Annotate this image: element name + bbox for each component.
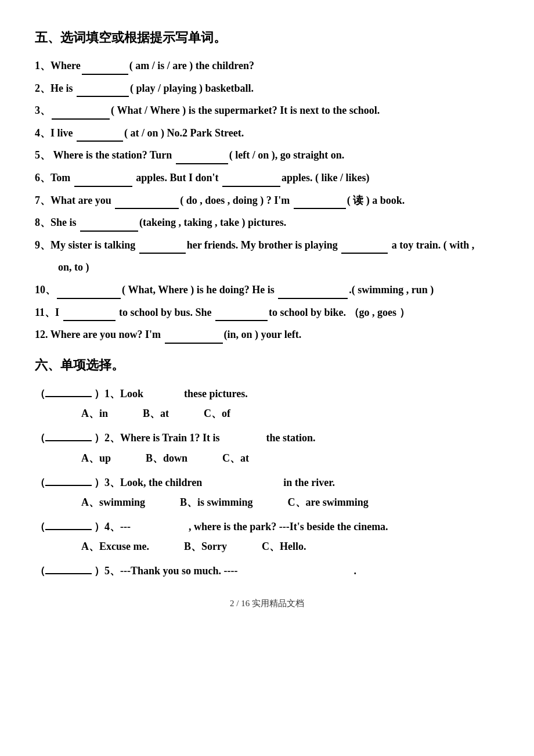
mc1-text-after: these pictures. (184, 384, 248, 403)
question-12: 12. Where are you now? I'm (in, on ) you… (35, 326, 499, 344)
question-4: 4、I live ( at / on ) No.2 Park Street. (35, 124, 499, 142)
mc1-paren-open: （ (35, 384, 45, 403)
mc5-text: ）5、---Thank you so much. ---- (94, 561, 238, 580)
q9-num: 9、My sister is talking (35, 239, 138, 251)
q11-blank2 (215, 320, 268, 321)
mc3-options: A、swimming B、is swimming C、are swimming (81, 495, 499, 509)
mc4-answer-blank (45, 517, 92, 530)
mc2-option-a: A、up (81, 451, 111, 465)
q9-wrap-text: on, to ) (58, 261, 89, 273)
q3-blank1 (52, 118, 110, 120)
q2-text: ( play / playing ) basketball. (130, 82, 254, 94)
mc-question-1: （）1、Lookthese pictures. (35, 384, 499, 403)
mc4-text-after: , where is the park? ---It's beside the … (189, 517, 388, 536)
mc4-options: A、Excuse me. B、Sorry C、Hello. (81, 539, 499, 553)
mc5-text-end: . (354, 561, 357, 580)
mc1-options: A、in B、at C、of (81, 406, 499, 420)
mc2-options: A、up B、down C、at (81, 451, 499, 465)
mc2-paren-open: （ (35, 429, 45, 447)
q9-blank2 (341, 253, 388, 254)
mc5-answer-blank (45, 561, 92, 574)
q11-text: to school by bike. （go , goes ） (269, 307, 410, 318)
q9-text: a toy train. ( with , (389, 239, 474, 251)
q6-num: 6、Tom (35, 172, 73, 183)
q12-num: 12. Where are you now? I'm (35, 329, 164, 340)
mc-question-2: （）2、Where is Train 1? It is the station. (35, 429, 499, 447)
section6-title: 六、单项选择。 (35, 357, 499, 374)
mc1-option-a: A、in (81, 406, 108, 420)
q6-text: apples. ( like / likes) (282, 172, 370, 183)
q1-blank1 (82, 74, 128, 75)
q5-text: ( left / on ), go straight on. (229, 149, 344, 161)
mc4-option-c: C、Hello. (262, 539, 306, 553)
question-10: 10、( What, Where ) is he doing? He is .(… (35, 281, 499, 299)
q7-mid: ( do , does , doing ) ? I'm (180, 195, 293, 206)
mc2-option-c: C、at (222, 451, 249, 465)
q11-blank1 (63, 320, 116, 321)
q10-blank2 (278, 298, 348, 299)
q4-num: 4、I live (35, 127, 75, 139)
mc3-text-after: in the river. (283, 473, 335, 492)
question-7: 7、What are you ( do , does , doing ) ? I… (35, 192, 499, 210)
question-3: 3、( What / Where ) is the supermarket? I… (35, 102, 499, 120)
q2-num: 2、He is (35, 82, 75, 94)
q3-num: 3、 (35, 105, 50, 116)
q2-blank1 (77, 96, 129, 97)
mc3-option-c: C、are swimming (288, 495, 369, 509)
mc1-option-c: C、of (204, 406, 230, 420)
question-5: 5、 Where is the station? Turn ( left / o… (35, 146, 499, 164)
mc3-text: ）3、Look, the children (94, 473, 202, 492)
q10-blank1 (57, 298, 121, 299)
mc2-text-after: the station. (266, 429, 316, 447)
mc3-answer-blank (45, 473, 92, 486)
mc4-option-a: A、Excuse me. (81, 539, 149, 553)
mc-question-5: （）5、---Thank you so much. ----. (35, 561, 499, 580)
mc4-paren-open: （ (35, 517, 45, 536)
q1-text: ( am / is / are ) the children? (129, 60, 254, 71)
q1-num: 1、Where (35, 60, 81, 71)
footer: 2 / 16 实用精品文档 (35, 598, 499, 609)
q7-text: ( 读 ) a book. (347, 195, 405, 206)
q10-mid: ( What, Where ) is he doing? He is (122, 284, 277, 296)
mc2-option-b: B、down (146, 451, 187, 465)
question-9-wrap: on, to ) (58, 258, 499, 276)
q4-blank1 (77, 141, 123, 142)
question-2: 2、He is ( play / playing ) basketball. (35, 80, 499, 98)
q10-text: .( swimming , run ) (349, 284, 434, 296)
q8-num: 8、She is (35, 217, 79, 228)
q6-mid: apples. But I don't (134, 172, 221, 183)
q6-blank2 (222, 186, 280, 187)
question-1: 1、Where( am / is / are ) the children? (35, 57, 499, 75)
question-6: 6、Tom apples. But I don't apples. ( like… (35, 169, 499, 187)
q10-num: 10、 (35, 284, 56, 296)
mc-question-3: （）3、Look, the children in the river. (35, 473, 499, 492)
mc5-paren-open: （ (35, 561, 45, 580)
mc1-answer-blank (45, 384, 92, 397)
section5-title: 五、选词填空或根据提示写单词。 (35, 29, 499, 46)
mc1-text: ）1、Look (94, 384, 143, 403)
mc3-option-a: A、swimming (81, 495, 145, 509)
mc2-text: ）2、Where is Train 1? It is (94, 429, 220, 447)
question-8: 8、She is (takeing , taking , take ) pict… (35, 214, 499, 232)
q4-text: ( at / on ) No.2 Park Street. (124, 127, 244, 139)
q12-blank1 (165, 343, 223, 344)
mc3-paren-open: （ (35, 473, 45, 492)
q12-text: (in, on ) your left. (224, 329, 302, 340)
question-11: 11、I to school by bus. She to school by … (35, 304, 499, 322)
mc-question-4: （）4、---, where is the park? ---It's besi… (35, 517, 499, 536)
q8-text: (takeing , taking , take ) pictures. (139, 217, 286, 228)
question-9: 9、My sister is talking her friends. My b… (35, 236, 499, 254)
q9-mid: her friends. My brother is playing (187, 239, 341, 251)
q6-blank1 (74, 186, 132, 187)
q11-num: 11、I (35, 307, 62, 318)
mc4-option-b: B、Sorry (184, 539, 227, 553)
q8-blank1 (80, 231, 138, 232)
q5-blank1 (176, 163, 228, 164)
mc1-option-b: B、at (143, 406, 169, 420)
q5-num: 5、 Where is the station? Turn (35, 149, 175, 161)
q7-num: 7、What are you (35, 195, 114, 206)
q7-blank1 (115, 208, 179, 209)
mc4-text: ）4、--- (94, 517, 131, 536)
mc2-answer-blank (45, 429, 92, 441)
q11-mid: to school by bus. She (117, 307, 215, 318)
